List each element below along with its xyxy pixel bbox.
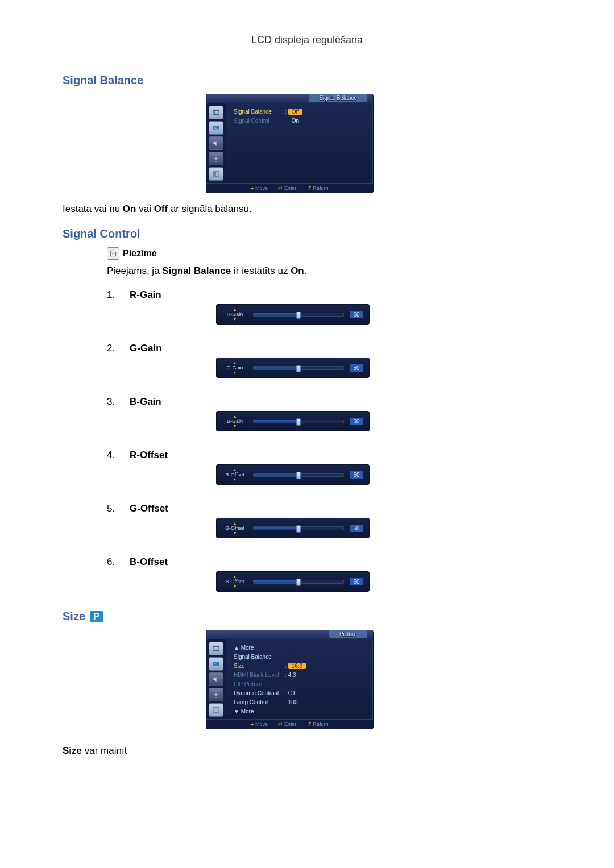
control-item: 1.R-Gain▲R-Gain▼50: [107, 289, 551, 325]
osd-row-signal-control[interactable]: Signal Control : On: [234, 116, 367, 125]
slider-fill: [254, 313, 298, 316]
list-label: G-Gain: [130, 343, 162, 354]
slider-label-col: ▲R-Offset▼: [222, 468, 247, 481]
slider-label-col: ▲G-Offset▼: [222, 522, 247, 535]
setup-icon[interactable]: [209, 688, 223, 701]
t: Pieejams, ja: [107, 265, 162, 276]
slider-label: G-Gain: [226, 365, 243, 371]
slider-track[interactable]: [253, 313, 344, 317]
slider-fill: [254, 420, 298, 423]
svg-point-2: [214, 127, 215, 128]
t: Iestata vai nu: [63, 203, 123, 214]
slider-track[interactable]: [253, 366, 344, 370]
slider-panel: ▲B-Gain▼50: [216, 411, 370, 431]
input-icon[interactable]: [209, 642, 223, 655]
osd-sidebar: [206, 639, 226, 719]
osd-label: Signal Control: [234, 118, 285, 124]
slider-thumb[interactable]: [296, 579, 301, 586]
picture-icon[interactable]: [209, 121, 223, 135]
osd-title: Signal Balance: [309, 94, 367, 102]
osd-row[interactable]: Signal Balance: [234, 652, 367, 661]
list-label: B-Gain: [130, 396, 161, 408]
list-label: B-Offset: [130, 556, 168, 568]
control-item: 2.G-Gain▲G-Gain▼50: [107, 343, 551, 378]
slider-track[interactable]: [253, 420, 344, 423]
slider-thumb[interactable]: [296, 472, 301, 479]
slider-label-col: ▲B-Offset▼: [222, 575, 247, 588]
svg-rect-0: [213, 111, 219, 115]
osd-more-up[interactable]: ▲ More: [234, 643, 367, 652]
control-item-row: 1.R-Gain: [107, 289, 551, 301]
control-item: 3.B-Gain▲B-Gain▼50: [107, 396, 551, 431]
sound-icon[interactable]: [209, 136, 223, 150]
list-number: 2.: [107, 343, 119, 354]
osd-value: 4:3: [288, 672, 296, 678]
osd-value: Off: [288, 690, 296, 696]
slider-label-col: ▲B-Gain▼: [222, 415, 247, 428]
t: Signal Balance: [162, 265, 231, 276]
osd-body: ▲ MoreSignal BalanceSize:16:9HDMI Black …: [206, 639, 373, 719]
enter-icon: ⏎: [278, 185, 283, 191]
osd-row[interactable]: HDMI Black Level:4:3: [234, 670, 367, 679]
heading-signal-control: Signal Control: [63, 227, 551, 240]
picture-osd-wrap: Picture ▲ MoreSignal BalanceSize:16:9HDM…: [206, 630, 551, 729]
slider-value: 50: [350, 471, 363, 479]
osd-label: Size: [234, 663, 285, 669]
control-item-row: 3.B-Gain: [107, 396, 551, 408]
input-icon[interactable]: [209, 106, 223, 119]
slider-thumb[interactable]: [296, 365, 301, 372]
colon: :: [285, 109, 287, 115]
return-icon: ↺: [307, 721, 312, 727]
slider-label: R-Offset: [225, 472, 244, 478]
slider-panel-wrap: ▲B-Offset▼50: [216, 571, 551, 592]
setup-icon[interactable]: [209, 152, 223, 165]
page: LCD displeja regulēšana Signal Balance S…: [0, 0, 614, 797]
slider-value: 50: [350, 578, 363, 585]
list-number: 6.: [107, 556, 119, 568]
svg-rect-7: [213, 662, 219, 666]
slider-thumb[interactable]: [296, 418, 301, 426]
control-list: 1.R-Gain▲R-Gain▼502.G-Gain▲G-Gain▼503.B-…: [107, 289, 551, 592]
p-badge: P: [90, 611, 103, 622]
option-on[interactable]: On: [288, 118, 302, 124]
heading-signal-balance: Signal Balance: [63, 74, 551, 87]
osd-row[interactable]: Lamp Control:100: [234, 697, 367, 707]
osd-sidebar: [206, 103, 226, 183]
svg-rect-5: [213, 172, 216, 176]
colon: :: [285, 672, 287, 678]
slider-thumb[interactable]: [296, 312, 301, 319]
list-number: 1.: [107, 289, 119, 301]
osd-row[interactable]: PIP Picture: [234, 679, 367, 688]
slider-track[interactable]: [253, 526, 344, 530]
slider-panel-wrap: ▲G-Gain▼50: [216, 358, 551, 378]
osd-row-signal-balance[interactable]: Signal Balance : Off: [234, 107, 367, 116]
sound-icon[interactable]: [209, 672, 223, 686]
slider-value: 50: [350, 525, 363, 532]
colon: :: [285, 690, 287, 696]
osd-value: 16:9: [288, 663, 306, 669]
t-on: On: [123, 203, 136, 214]
footer-move: ♦Move: [251, 721, 268, 727]
heading-size: Size P: [63, 610, 551, 623]
list-number: 3.: [107, 396, 119, 408]
control-item-row: 6.B-Offset: [107, 556, 551, 568]
osd-more-down[interactable]: ▼ More: [234, 707, 367, 716]
slider-track[interactable]: [253, 473, 344, 477]
multi-icon[interactable]: [209, 703, 223, 717]
osd-content: ▲ MoreSignal BalanceSize:16:9HDMI Black …: [226, 639, 373, 719]
multi-icon[interactable]: [209, 167, 223, 181]
picture-icon[interactable]: [209, 657, 223, 671]
slider-track[interactable]: [253, 580, 344, 584]
t: On: [291, 265, 304, 276]
osd-row[interactable]: Size:16:9: [234, 661, 367, 670]
t: ar signāla balansu.: [168, 203, 251, 214]
osd-title: Picture: [329, 630, 367, 638]
footer-enter: ⏎Enter: [278, 721, 297, 727]
slider-thumb[interactable]: [296, 525, 301, 533]
option-off[interactable]: Off: [288, 109, 302, 115]
slider-label-col: ▲R-Gain▼: [222, 308, 247, 321]
osd-titlebar: Picture: [206, 630, 373, 639]
osd-body: Signal Balance : Off Signal Control : On: [206, 103, 373, 183]
osd-signal-balance: Signal Balance Signal Balance : Off: [206, 94, 374, 193]
osd-row[interactable]: Dynamic Contrast:Off: [234, 688, 367, 697]
